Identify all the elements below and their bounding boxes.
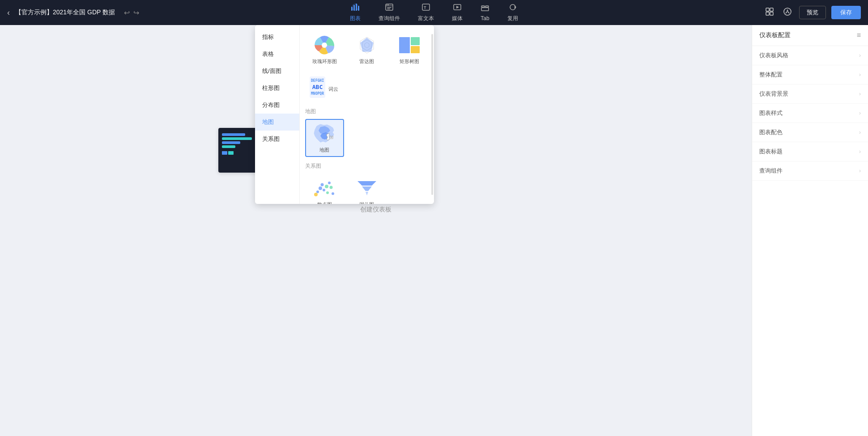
topbar-right: 预览 保存	[763, 5, 861, 20]
toolbar-text-label: 富文本	[418, 15, 434, 22]
toolbar-chart[interactable]: 图表	[341, 0, 370, 25]
sidebar-linecircle[interactable]: 线/面图	[255, 63, 299, 80]
panel-item-chart-style[interactable]: 图表样式 ›	[752, 104, 868, 123]
wordcloud-section: DEFGHI ‌ABC MNOPQR 词云	[305, 74, 429, 102]
panel-item-style[interactable]: 仪表板风格 ›	[752, 46, 868, 65]
toolbar-text[interactable]: T 富文本	[409, 0, 443, 25]
media-icon	[453, 3, 462, 13]
layout-button[interactable]	[763, 5, 776, 20]
svg-point-4	[352, 4, 358, 10]
chart-item-rose[interactable]: 玫瑰环形图	[305, 30, 344, 68]
svg-marker-44	[362, 186, 372, 191]
treemap-icon	[396, 34, 423, 56]
topbar: ‹ 【官方示例】2021年全国 GDP 数据 ↩ ↪ 图表	[0, 0, 868, 25]
sidebar-bar[interactable]: 柱形图	[255, 80, 299, 97]
svg-rect-30	[399, 37, 410, 53]
map-section: 地图	[305, 108, 429, 157]
chart-picker-dropdown: 指标 表格 线/面图 柱形图 分布图 地图 关系图	[255, 25, 434, 204]
toolbar-reuse-label: 复用	[507, 15, 518, 22]
sidebar-pie[interactable]: 分布图	[255, 97, 299, 114]
svg-rect-9	[387, 7, 391, 8]
scatter-icon	[311, 177, 338, 199]
right-panel-title: 仪表板配置	[759, 31, 791, 39]
chevron-right-icon-6: ›	[859, 148, 861, 155]
query-icon	[385, 3, 394, 13]
chevron-right-icon-7: ›	[859, 168, 861, 174]
chart-item-scatter[interactable]: 散点图	[305, 174, 344, 204]
svg-point-37	[325, 185, 328, 188]
sidebar-table[interactable]: 表格	[255, 46, 299, 63]
chart-item-treemap[interactable]: 矩形树图	[390, 30, 429, 68]
scatter-label: 散点图	[317, 201, 332, 204]
svg-rect-17	[481, 8, 489, 11]
wordcloud-label: 词云	[325, 86, 341, 93]
toolbar-tab[interactable]: Tab	[472, 1, 498, 24]
panel-item-overall[interactable]: 整体配置 ›	[752, 65, 868, 85]
toolbar-query-label: 查询组件	[379, 15, 400, 22]
svg-marker-45	[366, 192, 368, 195]
chart-grid-misc: 玫瑰环形图	[305, 30, 429, 68]
theme-button[interactable]	[781, 5, 794, 20]
svg-point-24	[787, 9, 788, 11]
svg-point-39	[330, 186, 333, 189]
chart-item-wordcloud[interactable]: DEFGHI ‌ABC MNOPQR 词云	[305, 74, 345, 102]
treemap-label: 矩形树图	[400, 58, 419, 65]
sidebar-relation[interactable]: 关系图	[255, 131, 299, 148]
relation-chart-grid: 散点图 漏斗图	[305, 174, 429, 204]
panel-item-chart-label[interactable]: 图表标题 ›	[752, 142, 868, 161]
svg-rect-22	[770, 12, 773, 15]
svg-text:T: T	[424, 5, 426, 10]
svg-rect-20	[770, 8, 773, 11]
undo-button[interactable]: ↩	[124, 8, 130, 17]
radar-icon	[353, 34, 380, 56]
toolbar-query[interactable]: 查询组件	[370, 0, 409, 25]
svg-rect-21	[766, 12, 769, 15]
svg-point-41	[314, 193, 318, 196]
svg-point-38	[328, 182, 331, 184]
panel-chart-style-label: 图表样式	[759, 109, 783, 117]
topbar-left: ‹ 【官方示例】2021年全国 GDP 数据 ↩ ↪	[7, 8, 139, 17]
map-icon	[311, 123, 338, 145]
toolbar-center: 图表 查询组件 T	[341, 0, 527, 25]
map-chart-grid: 地图	[305, 119, 429, 157]
rose-label: 玫瑰环形图	[312, 58, 337, 65]
map-label: 地图	[319, 147, 329, 153]
tab-icon	[481, 4, 489, 14]
chart-item-radar[interactable]: 雷达图	[348, 30, 387, 68]
preview-card	[218, 128, 259, 173]
relation-section-title: 关系图	[305, 162, 429, 170]
panel-item-background[interactable]: 仪表背景景 ›	[752, 85, 868, 104]
toolbar-reuse[interactable]: 复用	[498, 0, 527, 25]
toolbar-media-label: 媒体	[452, 15, 463, 22]
sidebar-map[interactable]: 地图	[255, 114, 299, 131]
chevron-right-icon-2: ›	[859, 72, 861, 78]
chart-item-funnel[interactable]: 漏斗图	[348, 174, 387, 204]
preview-button[interactable]: 预览	[799, 6, 826, 19]
panel-menu-button[interactable]: ≡	[857, 31, 861, 39]
funnel-icon	[353, 177, 380, 199]
svg-marker-43	[357, 181, 376, 186]
save-button[interactable]: 保存	[831, 6, 861, 19]
panel-item-chart-color[interactable]: 图表配色 ›	[752, 123, 868, 142]
wordcloud-icon: DEFGHI ‌ABC MNOPQR	[310, 76, 325, 98]
right-panel: 仪表板配置 ≡ 仪表板风格 › 整体配置 › 仪表背景景 › 图表样式 › 图表…	[752, 25, 868, 436]
dropdown-scrollbar[interactable]	[431, 34, 433, 195]
map-section-title: 地图	[305, 108, 429, 115]
panel-item-query-comp[interactable]: 查询组件 ›	[752, 161, 868, 181]
canvas-area[interactable]: 从顶部工具栏中选择组件，添加到这里 创建仪表板 指标 表格 线/面图 柱形图 分…	[0, 25, 752, 436]
panel-chart-color-label: 图表配色	[759, 128, 783, 136]
svg-marker-29	[361, 38, 373, 51]
svg-rect-15	[481, 6, 485, 7]
panel-query-comp-label: 查询组件	[759, 167, 783, 175]
sidebar-indicator[interactable]: 指标	[255, 29, 299, 46]
redo-button[interactable]: ↪	[133, 8, 139, 17]
chart-icon	[351, 3, 360, 13]
back-button[interactable]: ‹	[7, 8, 10, 17]
right-panel-header: 仪表板配置 ≡	[752, 25, 868, 46]
chart-item-map[interactable]: 地图	[305, 119, 344, 157]
panel-background-label: 仪表背景景	[759, 90, 788, 98]
svg-point-7	[387, 4, 387, 5]
panel-chart-label-label: 图表标题	[759, 148, 783, 156]
svg-rect-32	[411, 46, 420, 53]
toolbar-media[interactable]: 媒体	[443, 0, 472, 25]
